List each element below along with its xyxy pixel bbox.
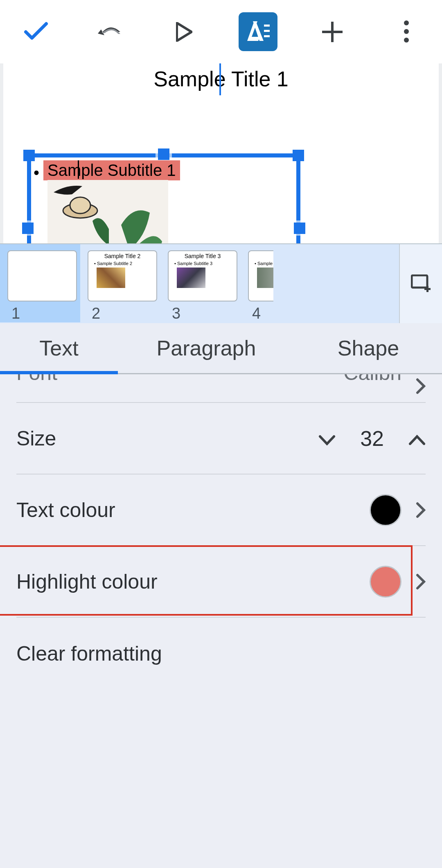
svg-rect-0 bbox=[264, 25, 270, 27]
resize-handle[interactable] bbox=[158, 148, 169, 160]
thumb-number: 4 bbox=[252, 305, 270, 322]
tab-text[interactable]: Text bbox=[0, 323, 118, 373]
add-button[interactable] bbox=[313, 12, 352, 51]
text-options-panel: Font Calibri Size 32 Text colour Highlig… bbox=[0, 374, 442, 868]
slide-thumb-1[interactable]: 1 bbox=[0, 244, 80, 322]
chevron-right-icon bbox=[416, 573, 426, 590]
thumb-number: 3 bbox=[172, 305, 237, 322]
size-label: Size bbox=[16, 427, 56, 450]
play-icon bbox=[176, 22, 192, 42]
format-button[interactable] bbox=[239, 12, 277, 51]
text-cursor bbox=[219, 63, 221, 95]
resize-handle[interactable] bbox=[293, 150, 304, 161]
tab-shape[interactable]: Shape bbox=[295, 323, 442, 373]
resize-handle[interactable] bbox=[294, 223, 305, 234]
subtitle-cursor bbox=[78, 160, 79, 179]
format-tabs: Text Paragraph Shape bbox=[0, 323, 442, 374]
thumb-number: 1 bbox=[11, 305, 77, 322]
slide-thumb-2[interactable]: Sample Title 2 Sample Subtitle 2 2 bbox=[80, 244, 160, 322]
highlight-colour-row[interactable]: Highlight colour bbox=[16, 546, 426, 618]
font-value: Calibri bbox=[343, 374, 401, 385]
size-decrease-button[interactable] bbox=[318, 427, 336, 450]
size-row: Size 32 bbox=[16, 403, 426, 474]
highlight-colour-swatch bbox=[370, 566, 401, 598]
add-slide-icon bbox=[411, 274, 431, 293]
svg-point-8 bbox=[70, 197, 90, 214]
clear-formatting-label: Clear formatting bbox=[16, 642, 162, 666]
add-slide-button[interactable] bbox=[399, 244, 442, 323]
slide-thumb-4[interactable]: S Sample Subtitl 4 bbox=[241, 244, 273, 322]
svg-rect-2 bbox=[264, 35, 270, 37]
undo-icon bbox=[98, 25, 122, 39]
format-text-icon bbox=[246, 20, 271, 43]
slide-title[interactable]: Sample Title 1 bbox=[22, 63, 420, 91]
bullet-point: • bbox=[34, 164, 39, 182]
play-button[interactable] bbox=[165, 12, 203, 51]
slide-canvas[interactable]: Sample Title 1 • Sample Subtitle 1 bbox=[0, 63, 442, 243]
more-button[interactable] bbox=[387, 12, 426, 51]
undo-button[interactable] bbox=[90, 12, 129, 51]
size-value: 32 bbox=[360, 426, 384, 451]
svg-point-5 bbox=[404, 38, 409, 43]
more-vert-icon bbox=[404, 20, 409, 43]
svg-rect-1 bbox=[264, 30, 270, 32]
check-icon bbox=[24, 22, 48, 42]
svg-point-4 bbox=[404, 29, 409, 34]
tab-paragraph[interactable]: Paragraph bbox=[118, 323, 295, 373]
slide-thumbnails: 1 Sample Title 2 Sample Subtitle 2 2 Sam… bbox=[0, 243, 442, 323]
chevron-right-icon bbox=[416, 502, 426, 518]
slide-subtitle[interactable]: Sample Subtitle 1 bbox=[43, 160, 180, 180]
size-increase-button[interactable] bbox=[408, 427, 426, 450]
top-toolbar bbox=[0, 0, 442, 63]
resize-handle[interactable] bbox=[23, 150, 35, 161]
font-row[interactable]: Font Calibri bbox=[16, 374, 426, 403]
font-label: Font bbox=[16, 374, 57, 385]
done-button[interactable] bbox=[16, 12, 55, 51]
slide-thumb-3[interactable]: Sample Title 3 Sample Subtitle 3 3 bbox=[160, 244, 241, 322]
svg-point-3 bbox=[404, 20, 409, 25]
chevron-right-icon bbox=[416, 378, 426, 394]
chevron-down-icon bbox=[318, 435, 336, 445]
highlight-colour-label: Highlight colour bbox=[16, 570, 158, 594]
text-colour-row[interactable]: Text colour bbox=[16, 474, 426, 546]
text-colour-swatch bbox=[370, 494, 401, 526]
plus-icon bbox=[322, 22, 343, 42]
text-colour-label: Text colour bbox=[16, 498, 115, 522]
svg-rect-13 bbox=[412, 275, 427, 288]
clear-formatting-row[interactable]: Clear formatting bbox=[16, 618, 426, 689]
chevron-up-icon bbox=[408, 435, 426, 445]
thumb-number: 2 bbox=[92, 305, 157, 322]
resize-handle[interactable] bbox=[22, 223, 34, 234]
